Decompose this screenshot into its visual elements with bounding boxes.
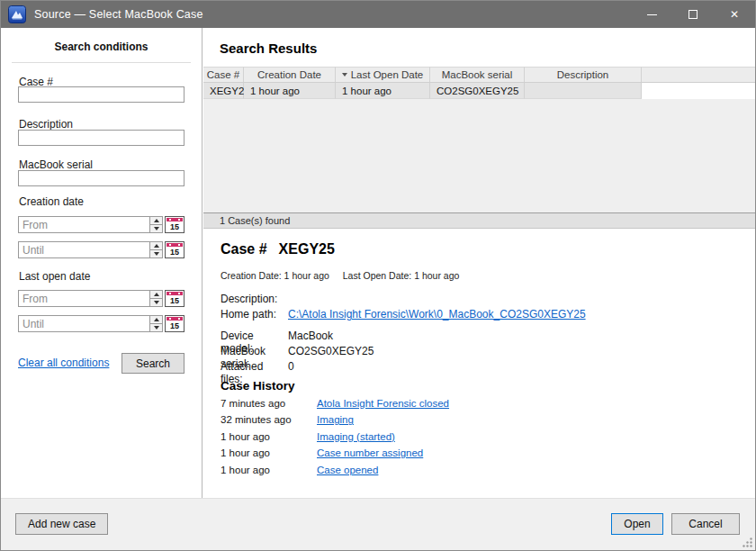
maximize-icon xyxy=(688,10,698,19)
history-row: 1 hour ago Case opened xyxy=(220,465,449,481)
triangle-down-icon xyxy=(154,326,159,330)
spinner-up-button[interactable] xyxy=(150,241,163,250)
macbook-serial-detail-value: CO2SG0XEGY25 xyxy=(288,345,374,370)
column-header-macbook-serial[interactable]: MacBook serial xyxy=(430,67,525,83)
cell-description xyxy=(525,83,642,99)
last-open-date-until-spinner xyxy=(150,315,163,332)
history-time: 1 hour ago xyxy=(220,465,317,475)
close-button[interactable]: ✕ xyxy=(714,1,755,28)
case-history-heading: Case History xyxy=(220,379,295,393)
results-table-header: Case # Creation Date Last Open Date MacB… xyxy=(203,67,756,83)
home-path-label: Home path: xyxy=(220,308,288,321)
triangle-up-icon xyxy=(154,293,159,296)
column-header-last-open-date[interactable]: Last Open Date xyxy=(336,67,430,83)
spinner-down-button[interactable] xyxy=(150,225,163,233)
history-event-link[interactable]: Imaging xyxy=(317,414,354,425)
history-row: 32 minutes ago Imaging xyxy=(220,414,449,430)
last-open-date-until-input[interactable] xyxy=(18,315,150,332)
cell-macbook-serial: CO2SG0XEGY25 xyxy=(430,83,525,99)
detail-row-home-path: Home path: C:\Atola Insight Forensic\Wor… xyxy=(220,308,586,321)
description-input[interactable] xyxy=(18,130,184,146)
last-open-date-from-input[interactable] xyxy=(18,290,150,307)
case-history-list: 7 minutes ago Atola Insight Forensic clo… xyxy=(220,398,449,481)
history-event-link[interactable]: Case number assigned xyxy=(317,447,423,458)
column-header-filler xyxy=(642,67,756,83)
case-label: Case # xyxy=(220,241,267,257)
add-new-case-button[interactable]: Add new case xyxy=(15,513,108,535)
maximize-button[interactable] xyxy=(672,1,714,28)
cases-found-text: 1 Case(s) found xyxy=(220,215,290,226)
last-open-date-from-calendar-button[interactable]: 15 xyxy=(165,290,184,307)
atola-app-icon xyxy=(8,5,26,23)
divider xyxy=(12,62,191,63)
creation-date-from-calendar-button[interactable]: 15 xyxy=(165,216,184,233)
description-field-label: Description: xyxy=(220,293,288,305)
history-time: 7 minutes ago xyxy=(220,398,317,409)
column-header-creation-date[interactable]: Creation Date xyxy=(244,67,336,83)
last-open-date-meta: Last Open Date: 1 hour ago xyxy=(343,270,460,281)
titlebar: Source — Select MacBook Case ✕ xyxy=(1,1,755,28)
history-time: 1 hour ago xyxy=(220,431,317,442)
search-conditions-panel: Search conditions Case # Description Mac… xyxy=(1,28,202,498)
creation-date-from-row: 15 xyxy=(18,216,184,233)
last-open-date-from-spinner xyxy=(150,290,163,307)
creation-date-until-input[interactable] xyxy=(18,241,150,258)
cell-creation-date: 1 hour ago xyxy=(244,83,336,99)
column-header-description[interactable]: Description xyxy=(525,67,642,83)
window-title: Source — Select MacBook Case xyxy=(34,8,203,21)
results-list-empty-area xyxy=(203,99,756,212)
triangle-down-icon xyxy=(154,227,159,230)
cancel-button[interactable]: Cancel xyxy=(671,513,740,535)
calendar-icon xyxy=(166,218,183,221)
creation-date-from-input[interactable] xyxy=(18,216,150,233)
creation-date-label: Creation date xyxy=(19,195,84,208)
table-row[interactable]: XEGY25 1 hour ago 1 hour ago CO2SG0XEGY2… xyxy=(203,83,756,99)
results-status-bar: 1 Case(s) found xyxy=(203,212,756,229)
last-open-date-until-calendar-button[interactable]: 15 xyxy=(165,315,184,332)
creation-date-meta: Creation Date: 1 hour ago xyxy=(220,270,329,281)
search-conditions-title: Search conditions xyxy=(1,41,202,53)
cell-filler xyxy=(642,83,756,99)
history-row: 1 hour ago Case number assigned xyxy=(220,447,449,464)
results-panel: Search Results Case # Creation Date Last… xyxy=(203,28,755,498)
search-results-heading: Search Results xyxy=(220,41,317,56)
spinner-up-button[interactable] xyxy=(150,315,163,324)
triangle-down-icon xyxy=(154,301,159,304)
history-event-link[interactable]: Case opened xyxy=(317,465,378,475)
minimize-button[interactable] xyxy=(631,1,672,28)
spinner-down-button[interactable] xyxy=(150,299,163,307)
last-open-date-from-row: 15 xyxy=(18,290,184,307)
spinner-down-button[interactable] xyxy=(150,250,163,258)
clear-all-conditions-link[interactable]: Clear all conditions xyxy=(18,357,109,369)
sort-desc-icon xyxy=(342,73,347,77)
triangle-up-icon xyxy=(154,219,159,222)
case-detail-title: Case #XEGY25 xyxy=(220,241,335,257)
calendar-icon xyxy=(166,317,183,321)
creation-date-from-spinner xyxy=(150,216,163,233)
last-open-date-until-row: 15 xyxy=(18,315,184,332)
last-open-date-label: Last open date xyxy=(19,270,90,283)
calendar-icon xyxy=(166,243,183,247)
spinner-up-button[interactable] xyxy=(150,290,163,299)
history-event-link[interactable]: Imaging (started) xyxy=(317,431,395,442)
triangle-down-icon xyxy=(154,252,159,256)
home-path-link[interactable]: C:\Atola Insight Forensic\Work\0_MacBook… xyxy=(288,308,586,321)
macbook-serial-input[interactable] xyxy=(18,170,184,186)
footer-bar: Add new case Open Cancel xyxy=(1,498,755,550)
case-number-value: XEGY25 xyxy=(279,241,335,257)
case-number-input[interactable] xyxy=(18,86,184,103)
macbook-serial-label: MacBook serial xyxy=(19,158,93,171)
creation-date-until-calendar-button[interactable]: 15 xyxy=(165,241,184,258)
spinner-down-button[interactable] xyxy=(150,324,163,332)
creation-date-until-row: 15 xyxy=(18,241,184,258)
column-header-case-number[interactable]: Case # xyxy=(203,67,244,83)
detail-row-description: Description: xyxy=(220,293,288,305)
results-table: Case # Creation Date Last Open Date MacB… xyxy=(203,67,756,99)
search-button[interactable]: Search xyxy=(122,353,184,374)
open-button[interactable]: Open xyxy=(611,513,663,535)
description-label: Description xyxy=(19,118,73,131)
history-event-link[interactable]: Atola Insight Forensic closed xyxy=(317,398,449,409)
resize-grip[interactable] xyxy=(742,537,753,548)
triangle-up-icon xyxy=(154,318,159,321)
spinner-up-button[interactable] xyxy=(150,216,163,225)
